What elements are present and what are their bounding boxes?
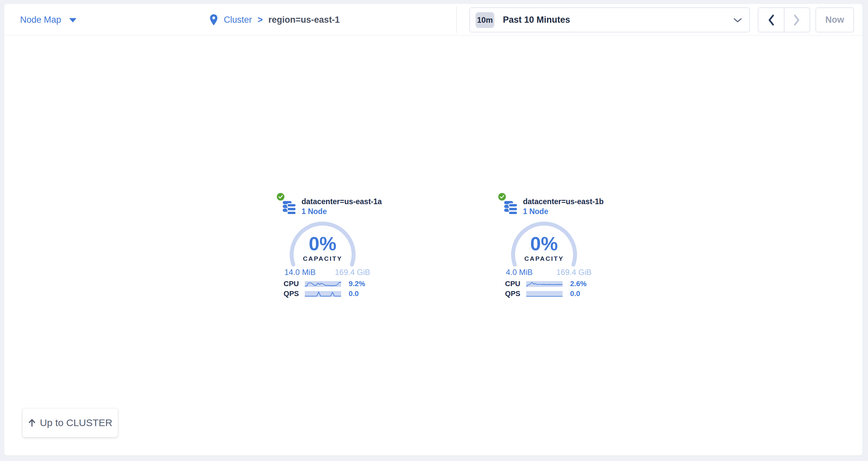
breadcrumb: Cluster > region=us-east-1	[209, 4, 340, 36]
qps-value: 0.0	[349, 290, 359, 298]
capacity-used: 4.0 MiB	[506, 268, 532, 277]
view-selector-dropdown[interactable]: Node Map	[20, 4, 76, 36]
up-to-cluster-button[interactable]: Up to CLUSTER	[23, 408, 118, 437]
qps-value: 0.0	[570, 290, 580, 298]
cpu-label: CPU	[491, 279, 520, 288]
locality-title: datacenter=us-east-1a	[302, 197, 382, 206]
chevron-down-icon	[733, 18, 742, 23]
datacenter-stack-icon	[283, 200, 296, 216]
capacity-total: 169.4 GiB	[556, 268, 591, 277]
location-pin-icon	[209, 14, 218, 26]
qps-metric-row: QPS 0.0	[270, 290, 377, 297]
cpu-metric-row: CPU 2.6%	[491, 280, 598, 288]
time-window-label: Past 10 Minutes	[503, 15, 570, 25]
capacity-label: CAPACITY	[511, 255, 577, 262]
capacity-total: 169.4 GiB	[335, 268, 370, 277]
capacity-values-row: 14.0 MiB 169.4 GiB	[284, 268, 370, 277]
now-button[interactable]: Now	[816, 7, 854, 32]
time-window-badge: 10m	[475, 12, 494, 28]
cpu-value: 9.2%	[349, 279, 365, 288]
caret-down-icon	[69, 18, 76, 22]
qps-label: QPS	[270, 290, 299, 298]
qps-metric-row: QPS 0.0	[491, 290, 598, 297]
breadcrumb-cluster-link[interactable]: Cluster	[224, 15, 252, 25]
node-map-panel: Node Map Cluster > region=us-east-1 10m …	[4, 4, 862, 455]
cpu-value: 2.6%	[570, 279, 587, 288]
time-next-button[interactable]	[784, 8, 810, 32]
capacity-values-row: 4.0 MiB 169.4 GiB	[506, 268, 591, 277]
capacity-percent: 0%	[511, 234, 577, 253]
time-window-dropdown[interactable]: 10m Past 10 Minutes	[470, 7, 750, 32]
cpu-metric-row: CPU 9.2%	[270, 280, 377, 288]
breadcrumb-separator: >	[258, 15, 263, 25]
locality-node-count[interactable]: 1 Node	[302, 207, 327, 216]
capacity-label: CAPACITY	[289, 255, 356, 262]
cpu-sparkline	[526, 281, 562, 287]
locality-title: datacenter=us-east-1b	[523, 197, 604, 206]
time-prev-button[interactable]	[758, 8, 784, 32]
chevron-left-icon	[768, 14, 775, 26]
locality-card-us-east-1b[interactable]: datacenter=us-east-1b 1 Node 0% CAPACITY…	[491, 193, 598, 305]
chevron-right-icon	[793, 14, 801, 26]
arrow-up-icon	[28, 419, 36, 427]
cpu-sparkline	[305, 281, 341, 287]
time-nav-group	[758, 7, 810, 32]
datacenter-stack-icon	[504, 200, 518, 216]
capacity-percent: 0%	[289, 234, 356, 253]
breadcrumb-current: region=us-east-1	[268, 15, 340, 25]
header-bar: Node Map Cluster > region=us-east-1 10m …	[4, 4, 862, 36]
up-to-cluster-label: Up to CLUSTER	[40, 417, 112, 428]
qps-sparkline	[526, 291, 562, 297]
locality-node-count[interactable]: 1 Node	[523, 207, 548, 216]
capacity-used: 14.0 MiB	[284, 268, 316, 277]
capacity-gauge-arc	[289, 221, 356, 288]
capacity-gauge-arc	[511, 221, 577, 288]
qps-sparkline	[305, 291, 341, 297]
qps-label: QPS	[491, 290, 520, 298]
cpu-label: CPU	[270, 279, 299, 288]
view-selector-label: Node Map	[20, 15, 61, 25]
locality-card-us-east-1a[interactable]: datacenter=us-east-1a 1 Node 0% CAPACITY…	[270, 193, 377, 305]
